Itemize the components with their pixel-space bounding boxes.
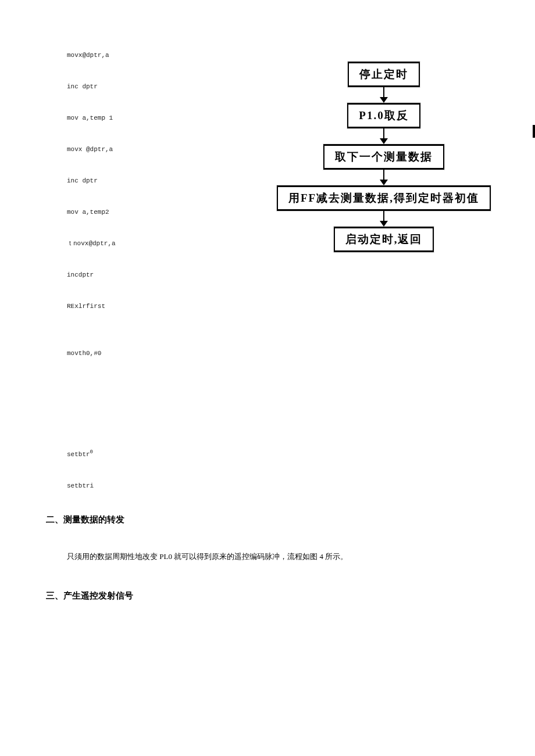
scan-artifact xyxy=(533,125,535,138)
code-sup: 0 xyxy=(90,449,93,455)
code-line: movx@dptr,a xyxy=(67,52,468,59)
heading-section-2: 二、测量数据的转发 xyxy=(46,514,468,525)
arrow-down-icon xyxy=(380,87,388,103)
paragraph-section-2: 只须用的数据周期性地改变 PL0 就可以得到原来的遥控编码脉冲，流程如图 4 所… xyxy=(67,551,468,563)
code-line: setbtri xyxy=(67,483,468,489)
flow-box-next-data: 取下一个测量数据 xyxy=(323,144,444,170)
flowchart: 停止定时 P1.0取反 取下一个测量数据 用FF减去测量数据,得到定时器初值 启… xyxy=(268,62,500,252)
flow-box-stop-timer: 停止定时 xyxy=(348,62,420,87)
code-line: setbtr0 xyxy=(67,450,468,458)
arrow-down-icon xyxy=(380,211,388,227)
flow-box-ff-subtract: 用FF减去测量数据,得到定时器初值 xyxy=(277,185,491,211)
code-line: movth0,#0 xyxy=(67,350,468,357)
flow-box-toggle-p10: P1.0取反 xyxy=(347,103,420,128)
code-text: setbtr xyxy=(67,451,90,458)
heading-section-3: 三、产生遥控发射信号 xyxy=(46,590,468,601)
code-line: RExlrfirst xyxy=(67,303,468,310)
flow-box-start-return: 启动定时,返回 xyxy=(334,227,434,252)
arrow-down-icon xyxy=(380,170,388,185)
arrow-down-icon xyxy=(380,128,388,144)
code-line: incdptr xyxy=(67,272,468,278)
